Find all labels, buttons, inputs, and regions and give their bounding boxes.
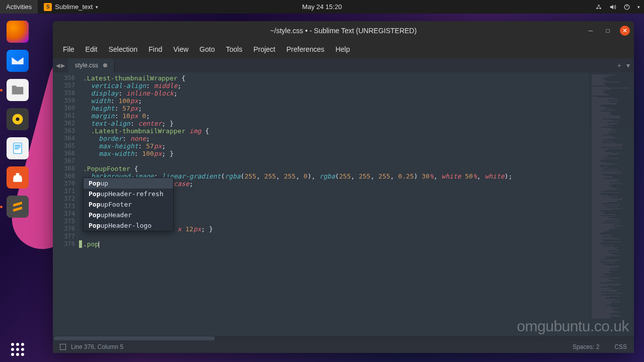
autocomplete-item[interactable]: PopupHeader-logo — [84, 220, 173, 231]
code-area[interactable]: .Latest-thumbnailWrapper { vertical-alig… — [79, 72, 589, 336]
tab-style-css[interactable]: style.css — [68, 58, 115, 72]
minimap[interactable]: for(let i=0;i<220;i++)document.write('<d… — [589, 72, 634, 336]
statusbar: Line 378, Column 5 Spaces: 2 CSS — [53, 341, 634, 353]
apps-grid-icon — [11, 343, 24, 356]
menu-view[interactable]: View — [169, 43, 194, 55]
new-tab-button[interactable]: + — [617, 61, 621, 69]
chevron-down-icon: ▾ — [637, 5, 640, 10]
tab-bar: ◀ ▶ style.css + ▾ — [53, 58, 634, 72]
indent-setting[interactable]: Spaces: 2 — [573, 343, 599, 350]
chevron-down-icon: ▾ — [96, 5, 98, 10]
autocomplete-item[interactable]: PopupFooter — [84, 199, 173, 210]
tab-next-icon[interactable]: ▶ — [61, 62, 65, 69]
menu-selection[interactable]: Selection — [104, 43, 143, 55]
menu-find[interactable]: Find — [143, 43, 167, 55]
menu-file[interactable]: File — [58, 43, 79, 55]
tab-label: style.css — [75, 62, 98, 69]
activities-button[interactable]: Activities — [0, 0, 38, 14]
system-tray[interactable]: ▾ — [595, 4, 644, 11]
gnome-topbar: Activities S Sublime_text ▾ May 24 15:20… — [0, 0, 644, 14]
network-icon — [595, 4, 602, 11]
clock[interactable]: May 24 15:20 — [296, 0, 348, 14]
autocomplete-item[interactable]: Popup — [84, 178, 173, 189]
menu-tools[interactable]: Tools — [221, 43, 248, 55]
dock-files[interactable] — [5, 77, 31, 103]
window-title: ~/style.css • - Sublime Text (UNREGISTER… — [270, 27, 417, 35]
svg-rect-9 — [15, 148, 19, 149]
menu-project[interactable]: Project — [249, 43, 281, 55]
window-titlebar[interactable]: ~/style.css • - Sublime Text (UNREGISTER… — [53, 21, 634, 40]
editor[interactable]: 3563573583593603613623633643653663673683… — [53, 72, 634, 336]
app-menu[interactable]: S Sublime_text ▾ — [38, 0, 104, 14]
app-menu-label: Sublime_text — [55, 3, 93, 11]
autocomplete-item[interactable]: PopupHeader-refresh — [84, 189, 173, 199]
minimize-button[interactable]: ─ — [586, 26, 596, 36]
dock-sublime[interactable] — [5, 194, 31, 220]
dock-libreoffice[interactable] — [5, 135, 31, 161]
sublime-icon: S — [44, 3, 52, 11]
autocomplete-item[interactable]: PopupHeader — [84, 210, 173, 220]
autocomplete-popup: Popup PopupHeader-refresh PopupFooter Po… — [83, 177, 174, 231]
volume-icon — [609, 4, 616, 11]
svg-rect-8 — [15, 147, 21, 148]
power-icon — [623, 4, 630, 11]
dock-software[interactable] — [5, 164, 31, 191]
close-button[interactable]: ✕ — [620, 26, 630, 36]
dock-rhythmbox[interactable] — [5, 106, 31, 132]
dock-thunderbird[interactable] — [5, 48, 31, 74]
menu-help[interactable]: Help — [331, 43, 355, 55]
svg-point-5 — [16, 118, 20, 121]
svg-rect-7 — [15, 145, 21, 146]
menu-edit[interactable]: Edit — [80, 43, 103, 55]
sublime-window: ~/style.css • - Sublime Text (UNREGISTER… — [53, 21, 634, 353]
dock-firefox[interactable] — [5, 19, 31, 45]
tab-menu-icon[interactable]: ▾ — [626, 61, 630, 69]
selection-mode-icon[interactable] — [60, 344, 66, 350]
syntax-setting[interactable]: CSS — [614, 343, 627, 350]
maximize-button[interactable]: □ — [603, 26, 613, 36]
menubar: File Edit Selection Find View Goto Tools… — [53, 40, 634, 58]
horizontal-scrollbar[interactable] — [53, 336, 634, 341]
dirty-indicator-icon — [103, 63, 107, 67]
cursor-position: Line 378, Column 5 — [71, 343, 123, 350]
show-apps-button[interactable] — [0, 343, 35, 356]
menu-goto[interactable]: Goto — [195, 43, 220, 55]
menu-preferences[interactable]: Preferences — [281, 43, 329, 55]
tab-prev-icon[interactable]: ◀ — [56, 62, 60, 69]
dock — [0, 14, 35, 362]
gutter: 3563573583593603613623633643653663673683… — [53, 72, 79, 336]
